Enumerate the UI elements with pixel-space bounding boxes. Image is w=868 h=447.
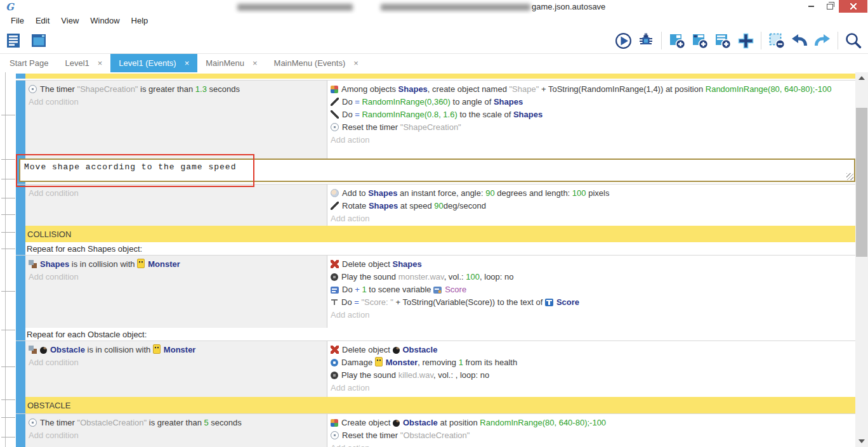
text-segment: , create object named: [428, 84, 510, 94]
delete-icon: [331, 346, 339, 354]
add-condition[interactable]: Add condition: [29, 187, 327, 200]
comment-collision[interactable]: COLLISION: [16, 226, 855, 242]
resize-grip[interactable]: [846, 173, 853, 180]
tab-mainmenu[interactable]: MainMenu ×: [197, 54, 265, 72]
text-segment: 1: [362, 285, 366, 294]
monster-icon: [153, 344, 161, 354]
condition-line[interactable]: The timer "ObstacleCreation" is greater …: [29, 417, 327, 429]
action-line[interactable]: Do = "Score: " + ToString(Variable(Score…: [331, 296, 855, 309]
close-tab-icon[interactable]: ×: [353, 59, 358, 67]
tab-mainmenu-events[interactable]: MainMenu (Events) ×: [266, 54, 367, 72]
event-selection-bar[interactable]: [16, 256, 25, 328]
vertical-scrollbar[interactable]: [855, 72, 868, 447]
action-line[interactable]: Do + 1 to scene variable Score: [331, 283, 855, 296]
redo-button[interactable]: [813, 31, 832, 50]
add-action[interactable]: Add action: [331, 309, 855, 321]
add-action[interactable]: Add action: [331, 134, 855, 146]
close-tab-icon[interactable]: ×: [185, 59, 190, 67]
add-more-button[interactable]: [736, 31, 755, 50]
add-condition[interactable]: Add condition: [29, 96, 327, 108]
event-selection-bar[interactable]: [16, 81, 25, 159]
close-tab-icon[interactable]: ×: [253, 59, 258, 67]
pencil-icon: [331, 202, 339, 210]
event-selection-bar[interactable]: [16, 397, 25, 413]
text-segment: pixels: [586, 188, 610, 198]
action-line[interactable]: Among objects Shapes, create object name…: [331, 83, 855, 96]
add-condition[interactable]: Add condition: [29, 356, 327, 369]
add-action[interactable]: Add action: [331, 442, 855, 447]
debug-button[interactable]: [636, 31, 655, 50]
add-action[interactable]: Add action: [331, 382, 855, 394]
text-segment: Rotate: [342, 201, 369, 211]
event-selection-bar[interactable]: [16, 242, 25, 255]
add-condition[interactable]: Add condition: [29, 271, 327, 283]
text-segment: is in collision with: [85, 345, 153, 354]
undo-button[interactable]: [790, 31, 809, 50]
text-segment: Shapes: [398, 84, 428, 94]
comment-editor[interactable]: Move shape according to the game speed: [19, 159, 855, 182]
action-line[interactable]: Damage Monster, removing 1 from its heal…: [331, 356, 855, 369]
event-selection-bar[interactable]: [16, 74, 25, 79]
event-selection-bar[interactable]: [16, 226, 25, 242]
comment-row-clipped[interactable]: [16, 74, 855, 79]
condition-line[interactable]: Obstacle is in collision with Monster: [29, 344, 327, 356]
close-button[interactable]: [839, 0, 867, 13]
add-other-event-button[interactable]: [713, 31, 732, 50]
project-panel-icon[interactable]: [5, 31, 24, 50]
action-line[interactable]: Rotate Shapes at speed 90deg/second: [331, 200, 855, 212]
repeat-shapes-row[interactable]: Repeat for each Shapes object:: [16, 242, 855, 255]
action-line[interactable]: Play the sound monster.wav, vol.: 100, l…: [331, 271, 855, 283]
text-segment: Delete object: [342, 259, 393, 269]
text-segment: Shapes: [40, 259, 69, 269]
actions-column: Add to Shapes an instant force, angle: 9…: [327, 185, 855, 226]
close-tab-icon[interactable]: ×: [98, 59, 103, 67]
action-line[interactable]: Play the sound killed.wav, vol.: , loop:…: [331, 369, 855, 382]
tab-level1[interactable]: Level1 ×: [56, 54, 110, 72]
add-action[interactable]: Add action: [331, 212, 855, 225]
repeat-obstacle-row[interactable]: Repeat for each Obstacle object:: [16, 328, 855, 340]
event-selection-bar[interactable]: [16, 185, 25, 226]
add-subevent-button[interactable]: [690, 31, 709, 50]
menu-edit[interactable]: Edit: [30, 14, 55, 28]
action-line[interactable]: Add to Shapes an instant force, angle: 9…: [331, 187, 855, 200]
menu-bar: File Edit View Window Help: [0, 14, 868, 28]
action-line[interactable]: Reset the timer "ShapeCreation": [331, 121, 855, 134]
text-object-icon: [545, 299, 553, 306]
event-selection-bar[interactable]: [16, 341, 25, 398]
comment-obstacle[interactable]: OBSTACLE: [16, 397, 855, 413]
menu-window[interactable]: Window: [84, 14, 125, 28]
menu-view[interactable]: View: [55, 14, 84, 28]
tab-level1-events[interactable]: Level1 (Events) ×: [110, 54, 197, 72]
search-button[interactable]: [844, 31, 863, 50]
play-button[interactable]: [614, 31, 633, 50]
condition-line[interactable]: Shapes is in collision with Monster: [29, 258, 327, 271]
scene-window-icon[interactable]: [30, 31, 49, 50]
text-segment: killed.wav: [398, 370, 433, 380]
minimize-button[interactable]: [802, 0, 820, 13]
scroll-up-icon[interactable]: [858, 76, 865, 80]
event-selection-bar[interactable]: [16, 328, 25, 340]
action-line[interactable]: Create object Obstacle at position Rando…: [331, 417, 855, 429]
text-segment: Do: [342, 110, 355, 119]
action-line[interactable]: Do = RandomInRange(0,360) to angle of Sh…: [331, 96, 855, 108]
add-event-button[interactable]: [667, 31, 687, 50]
condition-line[interactable]: The timer "ShapeCreation" is greater tha…: [29, 83, 327, 96]
scrollbar-thumb[interactable]: [856, 108, 867, 257]
menu-file[interactable]: File: [5, 14, 30, 28]
menu-help[interactable]: Help: [126, 14, 154, 28]
scroll-down-icon[interactable]: [858, 439, 865, 443]
action-line[interactable]: Do = RandomInRange(0.8, 1.6) to the scal…: [331, 108, 855, 121]
action-line[interactable]: Reset the timer "ObstacleCreation": [331, 429, 855, 442]
action-line[interactable]: Delete object Shapes: [331, 258, 855, 271]
restore-button[interactable]: [820, 0, 839, 13]
event-selection-bar[interactable]: [16, 414, 25, 447]
remove-event-button[interactable]: [767, 31, 786, 50]
text-segment: 90: [434, 201, 443, 211]
text-segment: Do: [342, 97, 355, 107]
conditions-column: Obstacle is in collision with Monster Ad…: [25, 341, 327, 398]
add-condition[interactable]: Add condition: [29, 429, 327, 442]
tab-start-page[interactable]: Start Page: [1, 54, 56, 72]
action-line[interactable]: Delete object Obstacle: [331, 344, 855, 356]
toolbar-left-group: [0, 31, 49, 50]
gutter-tick: [1, 249, 15, 249]
